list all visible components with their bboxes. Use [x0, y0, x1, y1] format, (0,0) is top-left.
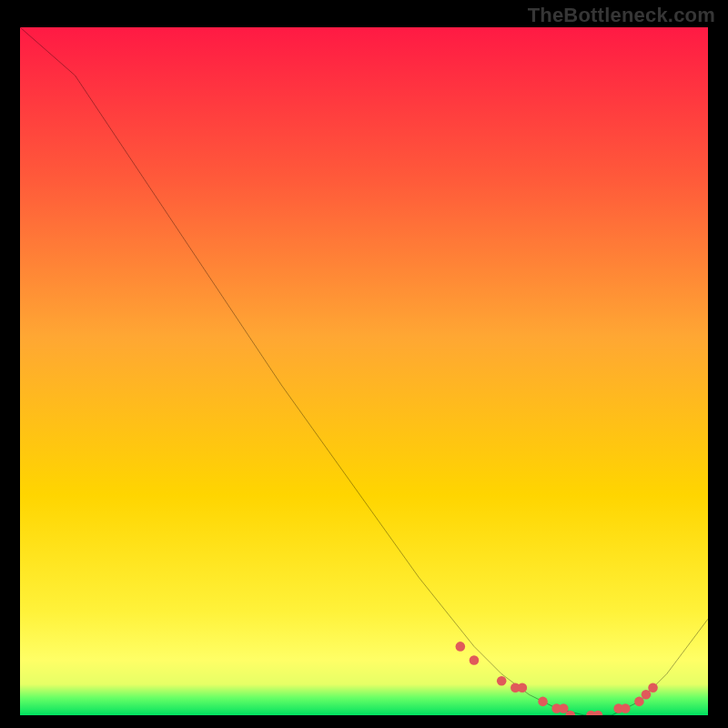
marker-dot: [559, 703, 569, 713]
marker-dot: [642, 690, 652, 700]
marker-dot: [456, 642, 466, 652]
marker-dot: [470, 655, 480, 665]
marker-dot: [497, 676, 507, 686]
bottleneck-chart: [20, 27, 708, 715]
attribution-label: TheBottleneck.com: [528, 4, 715, 27]
marker-dot: [648, 682, 658, 693]
marker-dot: [634, 697, 644, 707]
chart-container: TheBottleneck.com: [0, 0, 728, 728]
gradient-background: [20, 27, 708, 715]
marker-dot: [538, 697, 548, 707]
marker-dot: [621, 703, 631, 713]
marker-dot: [518, 682, 528, 693]
